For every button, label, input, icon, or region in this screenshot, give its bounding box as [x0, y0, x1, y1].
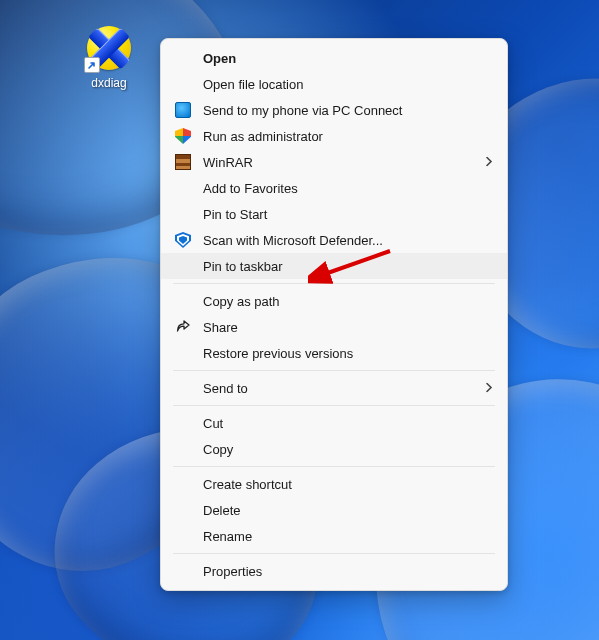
menu-item-cut[interactable]: Cut: [161, 410, 507, 436]
menu-item-restore-ver[interactable]: Restore previous versions: [161, 340, 507, 366]
menu-item-open[interactable]: Open: [161, 45, 507, 71]
blank: [175, 378, 203, 398]
menu-item-label: Share: [203, 321, 493, 334]
context-menu: OpenOpen file locationSend to my phone v…: [160, 38, 508, 591]
menu-item-label: Delete: [203, 504, 493, 517]
menu-item-label: Scan with Microsoft Defender...: [203, 234, 493, 247]
menu-item-pin-taskbar[interactable]: Pin to taskbar: [161, 253, 507, 279]
admin-shield-icon: [175, 126, 203, 146]
menu-item-label: Open file location: [203, 78, 493, 91]
menu-item-label: Copy as path: [203, 295, 493, 308]
dxdiag-icon: [85, 24, 133, 72]
menu-item-properties[interactable]: Properties: [161, 558, 507, 584]
menu-separator: [173, 370, 495, 371]
menu-item-pin-start[interactable]: Pin to Start: [161, 201, 507, 227]
blank: [175, 474, 203, 494]
menu-item-label: Run as administrator: [203, 130, 493, 143]
blank: [175, 343, 203, 363]
menu-item-send-to[interactable]: Send to: [161, 375, 507, 401]
menu-item-open-location[interactable]: Open file location: [161, 71, 507, 97]
blank: [175, 413, 203, 433]
blank: [175, 526, 203, 546]
menu-item-run-admin[interactable]: Run as administrator: [161, 123, 507, 149]
menu-item-label: Copy: [203, 443, 493, 456]
menu-item-delete[interactable]: Delete: [161, 497, 507, 523]
chevron-right-icon: [485, 155, 493, 170]
menu-item-label: Pin to Start: [203, 208, 493, 221]
blank: [175, 256, 203, 276]
menu-separator: [173, 283, 495, 284]
defender-shield-icon: [175, 232, 191, 248]
blank: [175, 178, 203, 198]
share-icon: [175, 319, 191, 335]
menu-item-label: Open: [203, 52, 493, 65]
blank: [175, 204, 203, 224]
winrar-icon: [175, 152, 203, 172]
menu-item-label: Restore previous versions: [203, 347, 493, 360]
desktop-shortcut-dxdiag[interactable]: dxdiag: [74, 24, 144, 90]
blank: [175, 74, 203, 94]
menu-item-copy[interactable]: Copy: [161, 436, 507, 462]
menu-item-label: Add to Favorites: [203, 182, 493, 195]
menu-item-scan-defender[interactable]: Scan with Microsoft Defender...: [161, 227, 507, 253]
pc-connect-icon: [175, 102, 191, 118]
blank: [175, 561, 203, 581]
menu-item-label: Rename: [203, 530, 493, 543]
menu-item-winrar[interactable]: WinRAR: [161, 149, 507, 175]
menu-item-label: Send to my phone via PC Connect: [203, 104, 493, 117]
menu-separator: [173, 553, 495, 554]
admin-shield-icon: [175, 128, 191, 144]
shortcut-arrow-icon: [84, 57, 100, 73]
blank: [175, 500, 203, 520]
menu-item-label: Cut: [203, 417, 493, 430]
chevron-right-icon: [485, 381, 493, 396]
share-icon: [175, 317, 203, 337]
menu-item-copy-path[interactable]: Copy as path: [161, 288, 507, 314]
menu-item-rename[interactable]: Rename: [161, 523, 507, 549]
menu-item-label: Create shortcut: [203, 478, 493, 491]
desktop-shortcut-label: dxdiag: [91, 76, 126, 90]
menu-item-label: Pin to taskbar: [203, 260, 493, 273]
menu-item-create-shortcut[interactable]: Create shortcut: [161, 471, 507, 497]
menu-item-label: Properties: [203, 565, 493, 578]
menu-item-label: WinRAR: [203, 156, 493, 169]
blank: [175, 48, 203, 68]
winrar-icon: [175, 154, 191, 170]
menu-item-add-favorites[interactable]: Add to Favorites: [161, 175, 507, 201]
menu-item-send-phone[interactable]: Send to my phone via PC Connect: [161, 97, 507, 123]
menu-separator: [173, 405, 495, 406]
menu-item-share[interactable]: Share: [161, 314, 507, 340]
blank: [175, 439, 203, 459]
blank: [175, 291, 203, 311]
menu-item-label: Send to: [203, 382, 493, 395]
defender-shield-icon: [175, 230, 203, 250]
menu-separator: [173, 466, 495, 467]
pc-connect-icon: [175, 100, 203, 120]
